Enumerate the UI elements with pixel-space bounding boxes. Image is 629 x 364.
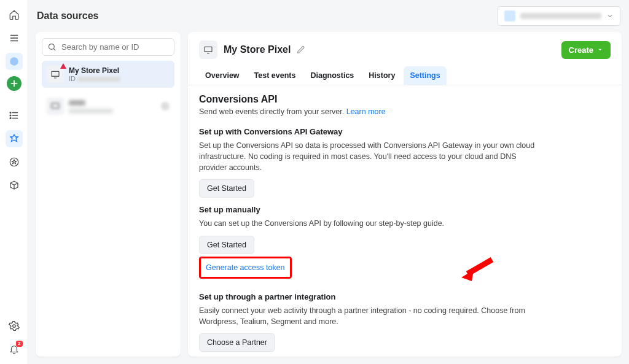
manual-get-started-button[interactable]: Get Started xyxy=(199,236,254,254)
tabs: Overview Test events Diagnostics History… xyxy=(188,63,622,85)
main-panel: My Store Pixel Create Overview Test even… xyxy=(188,32,622,357)
page-title: Data sources xyxy=(37,10,99,21)
tab-history[interactable]: History xyxy=(362,66,401,85)
nav-item-highlight-icon[interactable] xyxy=(6,53,23,70)
search-icon xyxy=(47,42,57,52)
search-input[interactable] xyxy=(61,42,169,52)
account-label xyxy=(520,13,601,19)
tab-diagnostics[interactable]: Diagnostics xyxy=(304,66,360,85)
list-icon[interactable] xyxy=(6,107,23,124)
pixel-icon xyxy=(47,98,64,115)
gateway-get-started-button[interactable]: Get Started xyxy=(199,179,254,198)
data-sources-nav-icon[interactable] xyxy=(6,130,23,147)
main-title-block: My Store Pixel xyxy=(199,41,305,59)
manual-heading: Set up manually xyxy=(199,205,611,214)
generate-access-token-link[interactable]: Generate access token xyxy=(203,260,287,276)
ds-name: My Store Pixel xyxy=(69,66,120,75)
svg-point-6 xyxy=(49,44,55,50)
topbar: Data sources xyxy=(28,0,629,32)
package-icon[interactable] xyxy=(6,177,23,194)
choose-partner-button[interactable]: Choose a Partner xyxy=(199,333,275,352)
create-plus-icon[interactable] xyxy=(7,76,21,91)
main-header: My Store Pixel Create xyxy=(188,32,622,63)
svg-rect-7 xyxy=(52,71,59,76)
settings-scroll-area[interactable]: Conversions API Send web events directly… xyxy=(188,85,622,357)
notifications-bell-icon[interactable]: 2 xyxy=(6,341,23,358)
svg-rect-8 xyxy=(52,103,59,108)
tab-test-events[interactable]: Test events xyxy=(248,66,302,85)
chevron-down-icon xyxy=(597,47,603,53)
svg-point-1 xyxy=(10,112,11,114)
gateway-text: Set up the Conversions API so data is pr… xyxy=(199,140,543,173)
data-source-list-panel: My Store Pixel ID xxxx xxxxxxxxxxxxx xyxy=(36,32,181,357)
svg-point-2 xyxy=(10,115,11,116)
home-icon[interactable] xyxy=(6,6,23,23)
chevron-down-icon xyxy=(606,12,614,20)
svg-rect-9 xyxy=(205,47,212,52)
favorites-icon[interactable] xyxy=(6,153,23,171)
warn-icon xyxy=(60,63,66,69)
gateway-heading: Set up with Conversions API Gateway xyxy=(199,127,611,136)
menu-icon[interactable] xyxy=(6,29,23,47)
search-data-sources[interactable] xyxy=(42,38,174,56)
partner-text: Easily connect your web activity through… xyxy=(199,305,543,327)
tab-settings[interactable]: Settings xyxy=(404,66,446,85)
global-nav-rail: 2 xyxy=(0,0,28,364)
ds-name: xxxx xyxy=(69,98,113,107)
body-row: My Store Pixel ID xxxx xxxxxxxxxxxxx xyxy=(28,32,629,364)
main-title: My Store Pixel xyxy=(224,44,291,55)
partner-heading: Set up through a partner integration xyxy=(199,292,611,301)
tab-overview[interactable]: Overview xyxy=(199,66,246,85)
create-button[interactable]: Create xyxy=(561,41,611,59)
settings-gear-icon[interactable] xyxy=(6,317,23,335)
conv-api-title: Conversions API xyxy=(199,94,611,105)
manual-text: You can set up the Conversions API by fo… xyxy=(199,218,543,229)
data-source-item[interactable]: xxxx xxxxxxxxxxxxx xyxy=(42,93,174,120)
data-source-item-active[interactable]: My Store Pixel ID xyxy=(42,61,174,88)
svg-point-5 xyxy=(12,325,15,328)
edit-name-icon[interactable] xyxy=(297,45,305,54)
pixel-header-icon xyxy=(199,41,217,59)
create-label: Create xyxy=(569,45,593,55)
notif-badge: 2 xyxy=(16,341,22,347)
account-selector[interactable] xyxy=(498,6,620,26)
svg-point-3 xyxy=(10,118,11,119)
ds-id: ID xyxy=(69,75,120,82)
account-icon xyxy=(504,10,515,21)
content-area: Data sources My Store Pixel ID xyxy=(28,0,629,364)
svg-point-0 xyxy=(10,57,18,66)
conv-api-sub: Send web events directly from your serve… xyxy=(199,107,611,116)
learn-more-link[interactable]: Learn more xyxy=(346,107,386,116)
pixel-icon xyxy=(47,66,64,83)
generate-token-callout: Generate access token xyxy=(199,257,292,279)
ds-id: xxxxxxxxxxxxx xyxy=(69,107,113,114)
